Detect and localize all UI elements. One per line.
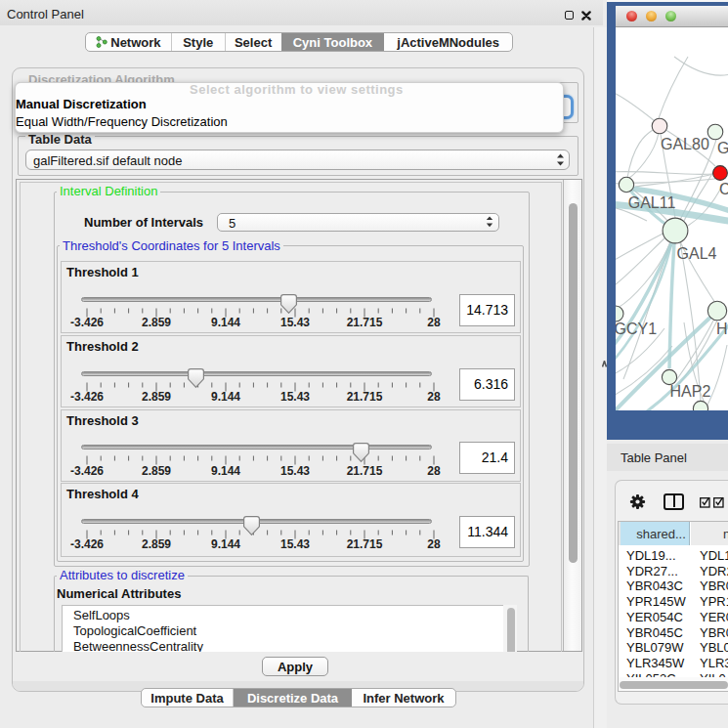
svg-text:GAL11: GAL11 <box>628 194 676 211</box>
svg-text:H: H <box>716 321 728 337</box>
svg-text:GCY1: GCY1 <box>616 321 657 337</box>
svg-text:GA: GA <box>717 140 728 156</box>
svg-text:GAL4: GAL4 <box>677 245 717 262</box>
svg-text:HAP2: HAP2 <box>670 383 711 400</box>
svg-text:GAL80: GAL80 <box>661 136 709 152</box>
svg-text:C: C <box>719 181 728 197</box>
